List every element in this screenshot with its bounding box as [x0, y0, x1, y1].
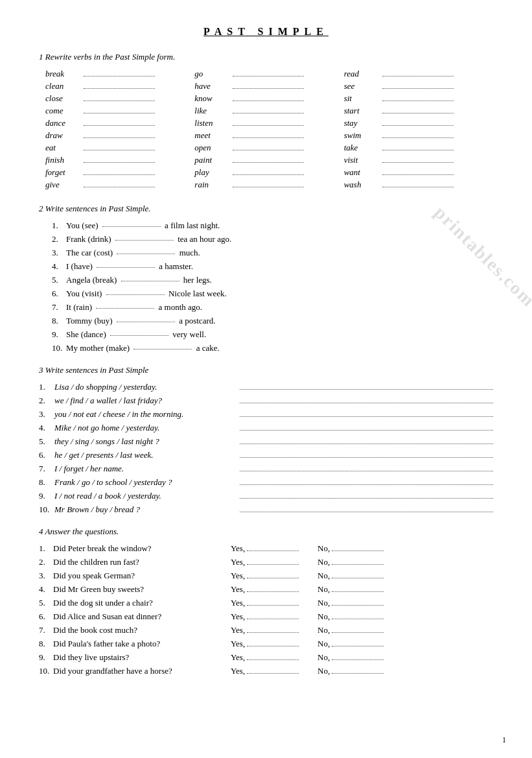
verb-row: have [194, 81, 343, 91]
list-item: 7.It (rain) a month ago. [52, 302, 493, 313]
answer-line [115, 240, 174, 241]
verb-row: clean [45, 81, 194, 91]
verb-row: start [344, 106, 493, 116]
list-item: 9.She (dance) very well. [52, 329, 493, 340]
verb-word: come [45, 106, 81, 116]
list-item: 1.You (see) a film last night. [52, 220, 493, 231]
verb-row: finish [45, 155, 194, 165]
answer-line [382, 162, 454, 163]
verb-col-3: read see sit start stay swim take visit … [344, 69, 493, 192]
answer-line [240, 484, 493, 485]
answer-line [84, 187, 155, 187]
list-item: 10. Mr Brown / buy / bread ? [39, 504, 493, 515]
verb-row: meet [194, 130, 343, 141]
answer-line [233, 174, 304, 175]
verb-word: meet [194, 130, 230, 141]
answer-line [233, 125, 304, 126]
verb-row: like [194, 106, 343, 116]
verb-row: listen [194, 118, 343, 128]
verb-row: open [194, 143, 343, 153]
answer-line [233, 113, 304, 113]
list-item: 5. Did the dog sit under a chair? Yes, N… [39, 598, 493, 608]
verb-word: like [194, 106, 230, 116]
answer-line [121, 281, 179, 281]
verb-row: dance [45, 118, 194, 128]
verb-table: break clean close come dance draw eat fi… [45, 69, 493, 192]
verb-row: play [194, 167, 343, 178]
verb-row: sit [344, 93, 493, 104]
answer-line [382, 150, 454, 150]
section4-title: 4 Answer the questions. [39, 527, 493, 537]
verb-row: see [344, 81, 493, 91]
verb-word: dance [45, 118, 81, 128]
list-item: 9. Did they live upstairs? Yes, No, [39, 652, 493, 663]
answer-line [240, 416, 493, 417]
verb-word: open [194, 143, 230, 153]
verb-word: go [194, 69, 230, 79]
verb-row: paint [194, 155, 343, 165]
answer-line [233, 101, 304, 101]
section-4: 4 Answer the questions. 1. Did Peter bre… [39, 527, 493, 676]
answer-line [240, 498, 493, 499]
page-title: PAST SIMPLE [39, 26, 493, 38]
answer-line [382, 174, 454, 175]
answer-line [133, 349, 192, 349]
verb-word: have [194, 81, 230, 91]
verb-row: rain [194, 180, 343, 190]
answer-line [84, 162, 155, 163]
verb-word: start [344, 106, 380, 116]
verb-word: know [194, 93, 230, 104]
answer-line [233, 162, 304, 163]
verb-row: visit [344, 155, 493, 165]
answer-line [106, 294, 165, 295]
answer-line [233, 187, 304, 187]
answer-line [84, 113, 155, 113]
list-item: 2. we / find / a wallet / last friday? [39, 396, 493, 406]
list-item: 6.You (visit) Nicole last week. [52, 289, 493, 299]
verb-word: paint [194, 155, 230, 165]
no-answer-line [332, 551, 384, 551]
answer-line [240, 512, 493, 512]
answer-line [233, 150, 304, 150]
yes-answer-line [247, 564, 299, 565]
list-item: 5. they / sing / songs / last night ? [39, 436, 493, 447]
list-item: 10.My mother (make) a cake. [52, 343, 493, 353]
answer-line [382, 113, 454, 113]
verb-col-2: go have know like listen meet open paint… [194, 69, 343, 192]
answer-line [110, 335, 168, 336]
list-item: 8. Frank / go / to school / yesterday ? [39, 477, 493, 488]
no-answer-line [332, 619, 384, 619]
verb-word: clean [45, 81, 81, 91]
verb-word: wash [344, 180, 380, 190]
list-item: 4.I (have) a hamster. [52, 261, 493, 272]
answer-line [233, 76, 304, 77]
no-answer-line [332, 646, 384, 646]
verb-word: take [344, 143, 380, 153]
list-item: 6. Did Alice and Susan eat dinner? Yes, … [39, 611, 493, 622]
answer-line [84, 137, 155, 138]
yes-answer-line [247, 578, 299, 578]
answer-line [84, 88, 155, 89]
section3-title: 3 Write sentences in Past Simple [39, 365, 493, 375]
verb-word: forget [45, 167, 81, 178]
list-item: 4. Mike / not go home / yesterday. [39, 423, 493, 433]
verb-row: eat [45, 143, 194, 153]
answer-line [117, 254, 175, 254]
answer-line [240, 430, 493, 431]
answer-line [84, 174, 155, 175]
section3-list: 1. Lisa / do shopping / yesterday. 2. we… [39, 382, 493, 515]
no-answer-line [332, 605, 384, 606]
list-item: 1. Lisa / do shopping / yesterday. [39, 382, 493, 392]
verb-word: stay [344, 118, 380, 128]
answer-line [84, 125, 155, 126]
no-answer-line [332, 578, 384, 578]
answer-line [382, 137, 454, 138]
list-item: 8.Tommy (buy) a postcard. [52, 316, 493, 326]
verb-word: play [194, 167, 230, 178]
answer-line [97, 267, 155, 268]
list-item: 8. Did Paula's father take a photo? Yes,… [39, 639, 493, 649]
verb-row: go [194, 69, 343, 79]
verb-row: close [45, 93, 194, 104]
no-answer-line [332, 673, 384, 674]
section2-title: 2 Write sentences in Past Simple. [39, 204, 493, 214]
